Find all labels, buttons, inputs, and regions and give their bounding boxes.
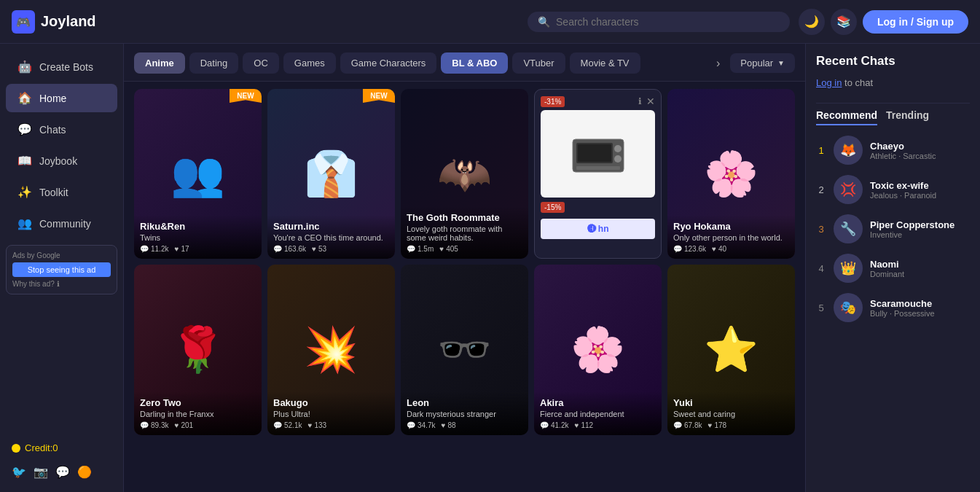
search-input[interactable]: [556, 16, 780, 28]
toaster-oven-svg: [569, 128, 627, 179]
message-count: 💬 52.1k: [273, 421, 302, 429]
ad-badge-row: -31% ℹ ✕: [541, 95, 655, 107]
ads-label: Ads by Google: [12, 251, 111, 259]
tab-oc[interactable]: OC: [243, 52, 279, 74]
heart-icon: ♥: [312, 245, 316, 253]
rec-tags-4: Dominant: [870, 270, 970, 278]
card-name: Bakugo: [273, 397, 389, 408]
card-overlay: Yuki Sweet and caring 💬 67.8k ♥ 178: [667, 391, 795, 435]
tab-bl-abo[interactable]: BL & ABO: [441, 52, 508, 74]
message-count: 💬 67.8k: [673, 421, 702, 429]
sidebar-item-toolkit[interactable]: ✨ Toolkit: [6, 178, 117, 206]
card-emoji: 🌸: [704, 148, 758, 200]
card-desc: Lovely goth roommate with some weird hab…: [407, 224, 522, 242]
character-card-saturn-inc[interactable]: NEW 👔 Saturn.inc You're a CEO this time …: [267, 89, 395, 259]
header: 🎮 Joyland 🔍 🌙 📚 Log in / Sign up: [0, 0, 980, 44]
trending-tab[interactable]: Trending: [886, 109, 929, 125]
heart-icon: ♥: [439, 245, 444, 253]
tab-games[interactable]: Games: [283, 52, 336, 74]
tab-game-characters[interactable]: Game Characters: [340, 52, 437, 74]
character-card-riku-ren[interactable]: NEW 👥 Riku&Ren Twins 💬 11.2k ♥ 17: [134, 89, 262, 259]
library-icon: 📚: [836, 15, 851, 28]
rec-rank-3: 3: [816, 224, 826, 235]
tab-anime[interactable]: Anime: [134, 52, 185, 74]
rec-avatar-emoji-4: 👑: [840, 260, 856, 276]
rec-info-4: Naomi Dominant: [870, 259, 970, 278]
card-stats: 💬 67.8k ♥ 178: [673, 421, 789, 429]
ad-info-icon[interactable]: ℹ: [638, 96, 642, 106]
rec-item-4[interactable]: 4 👑 Naomi Dominant: [816, 254, 970, 283]
character-card-akira[interactable]: 🌸 Akira Fierce and independent 💬 41.2k ♥…: [534, 265, 662, 434]
logo-text: Joyland: [41, 13, 96, 30]
character-card-yuki[interactable]: ⭐ Yuki Sweet and caring 💬 67.8k ♥ 178: [667, 265, 795, 434]
to-chat-text: to chat: [844, 77, 873, 88]
card-overlay: The Goth Roommate Lovely goth roommate w…: [401, 206, 528, 259]
home-icon: 🏠: [17, 91, 32, 105]
rec-item-5[interactable]: 5 🎭 Scaramouche Bully · Possessive: [816, 293, 970, 322]
login-button[interactable]: Log in / Sign up: [863, 10, 968, 34]
card-desc: Twins: [140, 233, 256, 242]
rec-name-4: Naomi: [870, 259, 970, 270]
sidebar-label-joybook: Joybook: [39, 155, 77, 167]
login-link[interactable]: Log in: [816, 77, 842, 88]
rec-item-1[interactable]: 1 🦊 Chaeyo Athletic · Sarcastic: [816, 136, 970, 165]
sidebar-item-joybook[interactable]: 📖 Joybook: [6, 147, 117, 175]
twitter-icon[interactable]: 🐦: [12, 465, 26, 479]
tab-movie-tv[interactable]: Movie & TV: [570, 52, 640, 74]
character-card-leon[interactable]: 🕶️ Leon Dark mysterious stranger 💬 34.7k…: [401, 265, 528, 434]
message-count: 💬 11.2k: [140, 245, 168, 253]
reddit-icon[interactable]: 🟠: [77, 465, 92, 479]
ad-close-icon[interactable]: ✕: [646, 95, 655, 107]
svg-point-6: [614, 155, 622, 163]
sidebar-item-create-bots[interactable]: 🤖 Create Bots: [6, 52, 117, 81]
sidebar-item-community[interactable]: 👥 Community: [6, 209, 117, 238]
popular-dropdown-button[interactable]: Popular ▼: [730, 53, 795, 73]
rec-avatar-emoji-1: 🦊: [840, 142, 856, 158]
card-stats: 💬 89.3k ♥ 201: [140, 421, 256, 429]
card-desc: Sweet and caring: [673, 410, 789, 418]
sidebar-item-home[interactable]: 🏠 Home: [6, 84, 117, 112]
character-card-ryo-hokama[interactable]: 🌸 Ryo Hokama Only other person in the wo…: [667, 89, 795, 259]
stop-seeing-ad-button[interactable]: Stop seeing this ad: [12, 262, 111, 277]
popular-label: Popular: [740, 58, 773, 69]
sidebar-label-toolkit: Toolkit: [39, 187, 68, 198]
character-card-zero-two[interactable]: 🌹 Zero Two Darling in the Franxx 💬 89.3k…: [134, 265, 262, 434]
heart-icon: ♥: [174, 245, 179, 253]
rec-name-1: Chaeyo: [870, 141, 970, 152]
divider: [816, 103, 970, 104]
library-button[interactable]: 📚: [831, 9, 857, 35]
card-stats: 💬 123.6k ♥ 40: [673, 245, 789, 253]
instagram-icon[interactable]: 📷: [34, 465, 48, 479]
sidebar-item-chats[interactable]: 💬 Chats: [6, 115, 117, 144]
card-name: The Goth Roommate: [407, 212, 522, 223]
sidebar-credit: Credit:0: [0, 437, 123, 459]
svg-rect-4: [578, 144, 611, 162]
character-card-goth-roommate[interactable]: 🦇 The Goth Roommate Lovely goth roommate…: [401, 89, 528, 259]
card-desc: Fierce and independent: [540, 410, 656, 418]
like-count: ♥ 40: [712, 245, 726, 253]
sidebar-label-home: Home: [39, 93, 66, 104]
rec-item-3[interactable]: 3 🔧 Piper Copperstone Inventive: [816, 214, 970, 243]
rec-info-1: Chaeyo Athletic · Sarcastic: [870, 141, 970, 160]
card-emoji: 👔: [304, 148, 358, 200]
rec-item-2[interactable]: 2 💢 Toxic ex-wife Jealous · Paranoid: [816, 175, 970, 204]
message-count: 💬 41.2k: [540, 421, 568, 429]
logo[interactable]: 🎮 Joyland: [12, 10, 96, 34]
tab-vtuber[interactable]: VTuber: [512, 52, 565, 74]
more-tabs-chevron[interactable]: ›: [716, 57, 720, 70]
rec-info-3: Piper Copperstone Inventive: [870, 219, 970, 239]
tab-dating[interactable]: Dating: [189, 52, 239, 74]
joybook-icon: 📖: [17, 154, 32, 168]
recommend-tab[interactable]: Recommend: [816, 109, 877, 125]
theme-toggle-button[interactable]: 🌙: [799, 9, 825, 35]
why-ad-link[interactable]: Why this ad? ℹ: [12, 280, 111, 288]
rec-avatar-3: 🔧: [834, 214, 863, 243]
ad-card[interactable]: -31% ℹ ✕: [534, 89, 662, 259]
rec-rank-4: 4: [816, 263, 826, 274]
discord-icon[interactable]: 💬: [55, 465, 70, 479]
card-overlay: Leon Dark mysterious stranger 💬 34.7k ♥ …: [401, 391, 528, 435]
rec-rank-2: 2: [816, 184, 826, 195]
rec-name-2: Toxic ex-wife: [870, 180, 970, 191]
community-icon: 👥: [17, 216, 32, 230]
character-card-bakugo[interactable]: 💥 Bakugo Plus Ultra! 💬 52.1k ♥ 133: [267, 265, 395, 434]
